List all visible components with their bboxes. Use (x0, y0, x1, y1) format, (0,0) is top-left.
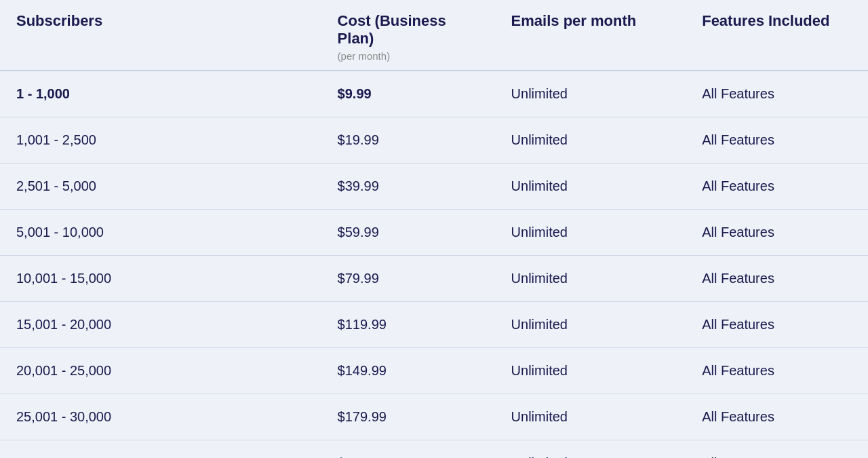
cell-cost-6: $149.99 (321, 348, 495, 394)
table-row: 1 - 1,000 $9.99 Unlimited All Features (0, 71, 868, 117)
cell-subscribers-3: 5,001 - 10,000 (0, 210, 321, 256)
cell-features-0: All Features (686, 71, 868, 117)
table-row: 25,001 - 30,000 $179.99 Unlimited All Fe… (0, 394, 868, 440)
table-row: 5,001 - 10,000 $59.99 Unlimited All Feat… (0, 210, 868, 256)
cell-features-1: All Features (686, 117, 868, 164)
cell-subscribers-0: 1 - 1,000 (0, 71, 321, 117)
cell-features-5: All Features (686, 302, 868, 348)
cell-emails-0: Unlimited (495, 71, 686, 117)
header-subscribers: Subscribers (0, 0, 321, 71)
cell-subscribers-1: 1,001 - 2,500 (0, 117, 321, 164)
cell-cost-3: $59.99 (321, 210, 495, 256)
header-emails: Emails per month (495, 0, 686, 71)
header-features: Features Included (686, 0, 868, 71)
table-header-row: Subscribers Cost (Business Plan) (per mo… (0, 0, 868, 71)
table-row: 10,001 - 15,000 $79.99 Unlimited All Fea… (0, 256, 868, 302)
cell-cost-8: $189.99 (321, 440, 495, 459)
cell-emails-7: Unlimited (495, 394, 686, 440)
table-row: 30,001 - 35,000 $189.99 Unlimited All Fe… (0, 440, 868, 459)
cell-subscribers-6: 20,001 - 25,000 (0, 348, 321, 394)
table-row: 1,001 - 2,500 $19.99 Unlimited All Featu… (0, 117, 868, 164)
cell-subscribers-4: 10,001 - 15,000 (0, 256, 321, 302)
cell-subscribers-8: 30,001 - 35,000 (0, 440, 321, 459)
cell-cost-1: $19.99 (321, 117, 495, 164)
cell-features-6: All Features (686, 348, 868, 394)
cell-cost-2: $39.99 (321, 164, 495, 210)
cell-cost-5: $119.99 (321, 302, 495, 348)
header-cost: Cost (Business Plan) (per month) (321, 0, 495, 71)
cell-subscribers-2: 2,501 - 5,000 (0, 164, 321, 210)
pricing-table-container: Subscribers Cost (Business Plan) (per mo… (0, 0, 868, 458)
cell-emails-6: Unlimited (495, 348, 686, 394)
cell-emails-3: Unlimited (495, 210, 686, 256)
cell-subscribers-5: 15,001 - 20,000 (0, 302, 321, 348)
cell-emails-1: Unlimited (495, 117, 686, 164)
cell-features-8: All Features (686, 440, 868, 459)
table-row: 20,001 - 25,000 $149.99 Unlimited All Fe… (0, 348, 868, 394)
cell-emails-2: Unlimited (495, 164, 686, 210)
table-row: 15,001 - 20,000 $119.99 Unlimited All Fe… (0, 302, 868, 348)
pricing-table: Subscribers Cost (Business Plan) (per mo… (0, 0, 868, 458)
cell-features-7: All Features (686, 394, 868, 440)
cell-features-2: All Features (686, 164, 868, 210)
cell-emails-5: Unlimited (495, 302, 686, 348)
cell-features-4: All Features (686, 256, 868, 302)
cell-cost-7: $179.99 (321, 394, 495, 440)
cell-cost-0: $9.99 (321, 71, 495, 117)
cell-cost-4: $79.99 (321, 256, 495, 302)
cell-subscribers-7: 25,001 - 30,000 (0, 394, 321, 440)
table-row: 2,501 - 5,000 $39.99 Unlimited All Featu… (0, 164, 868, 210)
cost-sublabel: (per month) (338, 50, 479, 62)
cell-features-3: All Features (686, 210, 868, 256)
cell-emails-8: Unlimited (495, 440, 686, 459)
cell-emails-4: Unlimited (495, 256, 686, 302)
